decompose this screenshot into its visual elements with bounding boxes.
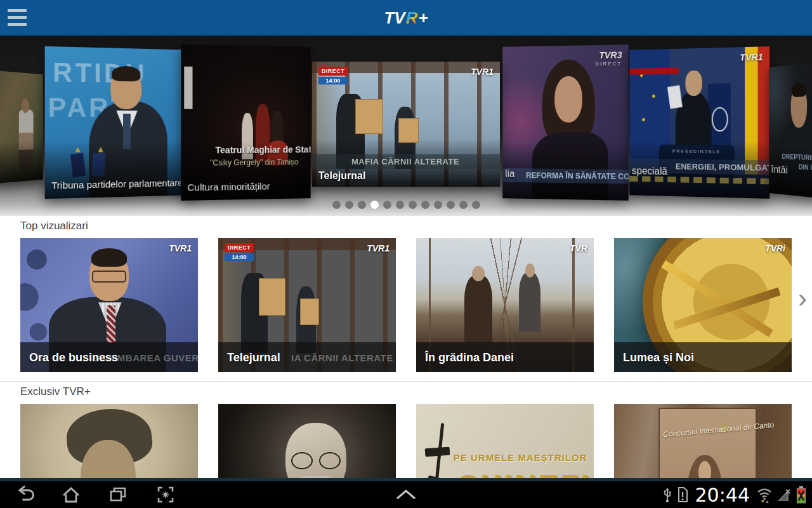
channel-logo-tvr1: TVR1 <box>367 243 390 253</box>
screenshot-icon[interactable] <box>155 485 176 504</box>
poster-title-text: Concursul Internațional de Canto <box>662 422 753 439</box>
video-thumbnail-bw-portrait[interactable] <box>218 404 396 481</box>
channel-logo-tvri: TVRi <box>765 243 785 253</box>
bottom-shade <box>0 140 43 184</box>
no-signal-icon <box>777 487 791 502</box>
spine-label <box>184 67 192 109</box>
video-title: Cultura minorităților <box>187 180 270 192</box>
speaker-figure <box>110 69 142 109</box>
video-thumbnail-pe-urmele-maestrilor-chinezi[interactable]: PE URMELE MAEȘTRILOR CHINEZI <box>416 404 594 481</box>
scene-figure <box>464 276 493 343</box>
live-badge: DIRECT <box>225 243 254 252</box>
home-icon[interactable] <box>61 485 81 504</box>
carousel-dot[interactable] <box>345 201 353 209</box>
channel-logo-tvr1: TVR1 <box>169 243 192 253</box>
document-paper <box>667 85 683 109</box>
video-title: Ora de business <box>29 351 118 364</box>
guest-figure <box>554 76 582 123</box>
carousel-dot[interactable] <box>421 201 429 209</box>
video-thumbnail-ora-de-business[interactable]: TVR1 SCHIMBAREA GUVERNĂRII Ora de busine… <box>20 238 198 372</box>
section-title-exclusive: Exclusiv TVR+ <box>0 382 812 398</box>
carousel-card-tribuna[interactable]: RTIDU PARTI Tribuna partidelor parlament… <box>45 46 196 199</box>
video-thumbnail-in-gradina-danei[interactable]: TVR În grădina Danei <box>416 238 594 372</box>
channel-logo-tvr: TVR <box>570 243 587 253</box>
next-page-arrow[interactable]: › <box>794 286 811 314</box>
carousel-dot[interactable] <box>332 201 341 209</box>
carousel-dot[interactable] <box>434 201 442 209</box>
breaking-red-strip <box>629 68 678 75</box>
carousel-card-courtyard[interactable] <box>0 70 43 184</box>
video-title: În grădina Danei <box>425 351 514 364</box>
main-content: Top vizualizari TVR1 SCHIMBAREA GUVERNĂR… <box>0 216 812 481</box>
back-icon[interactable] <box>15 485 36 504</box>
scene-figure <box>519 273 540 332</box>
carousel-dot[interactable] <box>396 201 404 209</box>
video-title-partial: întâi <box>771 164 788 176</box>
video-thumbnail-sepia-portrait[interactable] <box>20 404 198 481</box>
video-title: Telejurnal <box>227 351 280 364</box>
poster-art: Concursul Internațional de Canto <box>658 408 757 481</box>
carousel-card-tvr3-talkshow[interactable]: TVR3DIRECT REFORMA ÎN SĂNĂTATE CONTINUĂ.… <box>502 44 629 201</box>
figure-art <box>22 99 29 113</box>
carousel-card-studio-interview[interactable]: DREPTURILE DIN UC întâi <box>769 62 812 199</box>
video-thumbnail-telejurnal[interactable]: DIRECT 14:00 TVR1 IA CĂRNII ALTERATE Tel… <box>218 238 396 372</box>
carousel-card-telejurnal[interactable]: DIRECT 14:00 TVR1 MAFIA CĂRNII ALTERATE … <box>312 62 500 187</box>
carousel-card-cultura[interactable]: Teatrul Maghiar de Stat "Csiky Gergely" … <box>181 44 311 201</box>
host-figure <box>107 305 115 343</box>
clock: 20:44 <box>695 484 750 506</box>
carousel-dots <box>0 201 812 209</box>
cardboard-box <box>300 298 319 325</box>
news-ticker: MAFIA CĂRNII ALTERATE <box>312 154 500 169</box>
wifi-icon <box>756 486 773 504</box>
direct-sub-label: DIRECT <box>595 61 622 67</box>
channel-logo-tvr3: TVR3DIRECT <box>595 50 622 67</box>
news-ticker: REFORMA ÎN SĂNĂTATE CONTINUĂ... <box>502 168 629 184</box>
recent-apps-icon[interactable] <box>108 485 128 504</box>
president-figure <box>685 70 702 96</box>
video-title: Telejurnal <box>318 170 365 182</box>
video-title-partial: lia <box>505 168 514 180</box>
carousel-card-presidential-statement[interactable]: PREȘEDINTELE TVR1 ENERGIEI, PROMULGATĂ s… <box>629 46 769 199</box>
carousel-dot[interactable] <box>472 201 480 209</box>
carousel-dot[interactable] <box>358 201 366 209</box>
portrait-figure <box>686 455 723 481</box>
carousel-dot[interactable] <box>459 201 468 209</box>
thumbnail-title-bar: SCHIMBAREA GUVERNĂRII Ora de business <box>20 342 198 372</box>
hamburger-menu-icon[interactable] <box>8 9 27 26</box>
carousel-dot[interactable] <box>409 201 417 209</box>
cardboard-box <box>259 278 285 316</box>
video-thumbnail-lumea-si-noi[interactable]: TVRi Lumea și Noi <box>614 238 792 372</box>
app-header: TVR+ <box>0 0 812 36</box>
tvr-plus-logo: TVR+ <box>384 8 428 28</box>
chevron-up-icon[interactable] <box>393 488 419 502</box>
tvr-plus-app-screen: TVR+ RTIDU PARTI Tribuna partidelor parl… <box>0 0 812 508</box>
live-badge: DIRECT <box>318 67 348 76</box>
carousel-dot[interactable] <box>370 201 379 209</box>
news-ticker: IA CĂRNII ALTERATE <box>291 352 393 363</box>
exclusive-row: PE URMELE MAEȘTRILOR CHINEZI Concursul I… <box>20 404 792 481</box>
featured-carousel: RTIDU PARTI Tribuna partidelor parlament… <box>0 36 812 216</box>
carousel-dot[interactable] <box>447 201 455 209</box>
logo-r-swoosh: R <box>405 8 419 27</box>
guest-figure <box>791 85 807 128</box>
top-views-row: TVR1 SCHIMBAREA GUVERNĂRII Ora de busine… <box>20 238 792 372</box>
thumbnail-title-bar: Lumea și Noi <box>614 342 792 372</box>
usb-icon <box>663 486 672 504</box>
no-sim-icon <box>676 486 689 504</box>
chinese-calligraphy <box>425 423 450 481</box>
video-title: Lumea și Noi <box>623 351 694 364</box>
status-cluster[interactable]: 20:44 <box>663 481 807 508</box>
badge-column: DIRECT 14:00 <box>318 67 348 84</box>
pre-navbar-strip <box>0 478 812 481</box>
cardboard-box <box>355 99 383 134</box>
video-thumbnail-concursul-de-canto[interactable]: Concursul Internațional de Canto <box>614 404 792 481</box>
time-badge: 14:00 <box>225 253 254 261</box>
caption-text: Teatrul Maghiar de Stat <box>216 144 311 155</box>
video-title-partial: specială <box>632 165 667 177</box>
ticker-line: DREPTURILE <box>782 152 812 163</box>
host-figure <box>89 251 129 301</box>
channel-logo-tvr1: TVR1 <box>740 52 763 63</box>
logo-tv-text: TV <box>384 8 405 27</box>
badge-column: DIRECT 14:00 <box>225 243 254 261</box>
carousel-dot[interactable] <box>383 201 391 209</box>
